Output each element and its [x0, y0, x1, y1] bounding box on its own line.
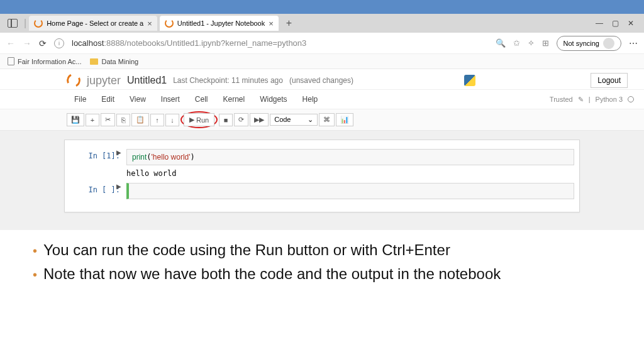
- folder-icon: [90, 58, 98, 65]
- address-bar: ← → ⟳ i localhost:8888/notebooks/Untitle…: [0, 33, 644, 54]
- trusted-label: Trusted: [550, 96, 573, 103]
- close-window-icon[interactable]: ✕: [628, 19, 634, 28]
- sync-label: Not syncing: [564, 40, 599, 47]
- menu-bar: File Edit View Insert Cell Kernel Widget…: [0, 89, 644, 109]
- window-controls: — ▢ ✕: [589, 19, 640, 28]
- more-menu-button[interactable]: ⋯: [629, 38, 638, 48]
- jupyter-header: jupyter Untitled1 Last Checkpoint: 11 mi…: [0, 69, 644, 89]
- checkpoint-text: Last Checkpoint: 11 minutes ago: [173, 76, 283, 85]
- refresh-button[interactable]: ⟳: [39, 38, 47, 48]
- restart-button[interactable]: ⟳: [234, 113, 248, 126]
- close-icon[interactable]: ×: [147, 19, 152, 28]
- move-down-button[interactable]: ↓: [165, 114, 179, 126]
- tab-divider: |: [24, 18, 26, 29]
- jupyter-favicon-icon: [34, 19, 43, 28]
- command-palette-button[interactable]: ⌘: [319, 113, 335, 126]
- tab-title: Home Page - Select or create a: [47, 19, 143, 27]
- unsaved-text: (unsaved changes): [289, 76, 353, 85]
- cut-button[interactable]: ✂: [101, 113, 115, 126]
- code-cell-1[interactable]: In [1]: ▶ print('hello world') hello wor…: [70, 149, 574, 179]
- menu-insert[interactable]: Insert: [153, 92, 187, 106]
- play-icon: ▶: [189, 116, 194, 124]
- jupyter-favicon-icon: [165, 19, 174, 28]
- copy-button[interactable]: ⎘: [116, 114, 130, 126]
- profile-sync-button[interactable]: Not syncing: [557, 36, 621, 51]
- back-button[interactable]: ←: [6, 38, 15, 48]
- url-host: localhost: [72, 38, 104, 48]
- bullet-1: You can run the code using the Run butto…: [33, 241, 611, 260]
- menu-file[interactable]: File: [67, 92, 94, 106]
- menu-widgets[interactable]: Widgets: [252, 92, 294, 106]
- edit-icon[interactable]: ✎: [578, 96, 584, 104]
- forward-button[interactable]: →: [23, 38, 31, 48]
- python-logo-icon: [464, 75, 475, 86]
- code-input[interactable]: [126, 183, 574, 199]
- menu-kernel[interactable]: Kernel: [216, 92, 253, 106]
- avatar-icon: [603, 38, 614, 49]
- code-input[interactable]: print('hello world'): [126, 149, 574, 165]
- bullet-2: Note that now we have both the code and …: [33, 265, 611, 284]
- new-tab-button[interactable]: +: [281, 18, 297, 29]
- notebook-container: In [1]: ▶ print('hello world') hello wor…: [64, 140, 580, 212]
- collections-icon[interactable]: ✧: [528, 38, 535, 48]
- chart-icon[interactable]: 📊: [336, 113, 353, 126]
- maximize-icon[interactable]: ▢: [612, 19, 619, 28]
- menu-view[interactable]: View: [122, 92, 153, 106]
- tab-title: Untitled1 - Jupyter Notebook: [177, 19, 265, 27]
- bookmark-fair-info[interactable]: Fair Information Ac...: [8, 57, 81, 65]
- menu-cell[interactable]: Cell: [187, 92, 216, 106]
- cell-output: hello world: [126, 165, 574, 179]
- run-cell-icon[interactable]: ▶: [116, 183, 121, 190]
- page-icon: [8, 57, 14, 65]
- jupyter-logo-icon: [65, 72, 82, 89]
- minimize-icon[interactable]: —: [596, 19, 603, 28]
- jupyter-brand: jupyter: [87, 74, 121, 87]
- bookmark-label: Fair Information Ac...: [18, 58, 81, 65]
- kernel-idle-icon: [628, 96, 634, 102]
- zoom-icon[interactable]: 🔍: [496, 38, 506, 48]
- restart-run-all-button[interactable]: ▶▶: [250, 113, 269, 126]
- move-up-button[interactable]: ↑: [150, 114, 164, 126]
- site-info-icon[interactable]: i: [54, 38, 64, 48]
- bookmarks-bar: Fair Information Ac... Data Mining: [0, 54, 644, 69]
- tab-untitled1[interactable]: Untitled1 - Jupyter Notebook ×: [160, 16, 279, 31]
- run-cell-icon[interactable]: ▶: [116, 149, 121, 156]
- extensions-icon[interactable]: ⊞: [542, 38, 549, 48]
- interrupt-button[interactable]: ■: [219, 114, 233, 126]
- run-button-highlight: ▶Run: [180, 111, 218, 128]
- panel-toggle-icon[interactable]: [8, 19, 18, 28]
- slide-bullets: You can run the code using the Run butto…: [0, 230, 644, 300]
- favorite-icon[interactable]: ✩: [513, 38, 520, 48]
- divider: |: [589, 96, 591, 103]
- browser-tab-bar: | Home Page - Select or create a × Untit…: [0, 14, 644, 33]
- cell-type-select[interactable]: Code⌄: [270, 114, 318, 126]
- tab-home-page[interactable]: Home Page - Select or create a ×: [29, 16, 157, 31]
- url-path: :8888/notebooks/Untitled1.ipynb?kernel_n…: [104, 38, 306, 48]
- menu-edit[interactable]: Edit: [94, 92, 122, 106]
- url-field[interactable]: localhost:8888/notebooks/Untitled1.ipynb…: [72, 38, 488, 48]
- code-cell-2[interactable]: In [ ]: ▶: [70, 183, 574, 199]
- kernel-name[interactable]: Python 3: [596, 96, 623, 103]
- notebook-name[interactable]: Untitled1: [127, 75, 167, 86]
- menu-help[interactable]: Help: [295, 92, 326, 106]
- run-button[interactable]: ▶Run: [184, 113, 214, 126]
- paste-button[interactable]: 📋: [131, 113, 149, 126]
- notebook-area: In [1]: ▶ print('hello world') hello wor…: [0, 131, 644, 230]
- bookmark-label: Data Mining: [101, 58, 138, 65]
- bookmark-data-mining[interactable]: Data Mining: [90, 58, 138, 65]
- chevron-down-icon: ⌄: [308, 116, 313, 124]
- logout-button[interactable]: Logout: [591, 73, 628, 88]
- save-button[interactable]: 💾: [67, 113, 84, 126]
- slide-top-bar: [0, 0, 644, 14]
- toolbar: 💾 + ✂ ⎘ 📋 ↑ ↓ ▶Run ■ ⟳ ▶▶ Code⌄ ⌘ 📊: [0, 109, 644, 131]
- add-cell-button[interactable]: +: [86, 114, 99, 126]
- close-icon[interactable]: ×: [269, 19, 274, 28]
